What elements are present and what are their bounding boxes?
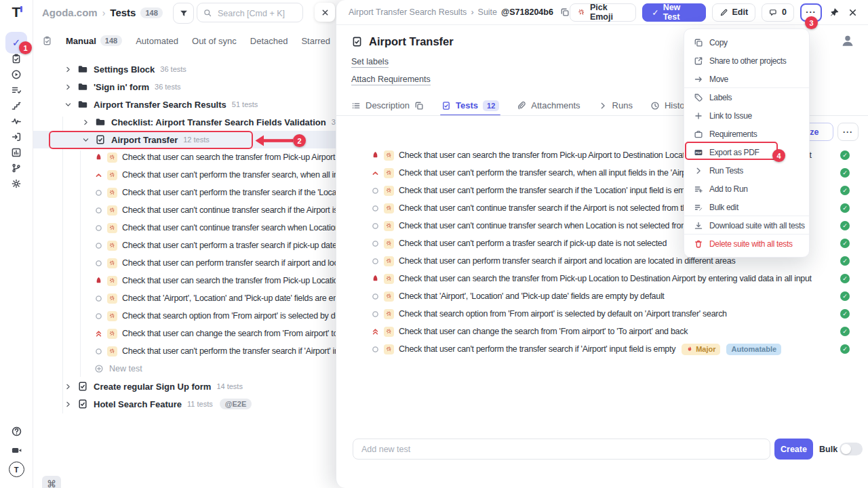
test-title: Check that user can search the transfer … bbox=[399, 274, 812, 283]
new-test-button[interactable]: ✓ New Test bbox=[642, 3, 705, 22]
new-test-row[interactable]: New test bbox=[33, 360, 336, 378]
tab-attachments[interactable]: Attachments bbox=[517, 96, 580, 115]
bulk-toggle[interactable] bbox=[840, 443, 863, 455]
filter-button[interactable] bbox=[173, 3, 194, 24]
search-input[interactable] bbox=[216, 4, 300, 22]
menu-item[interactable]: Labels bbox=[684, 88, 809, 106]
menu-item-icon bbox=[694, 166, 703, 176]
tree-test-row[interactable]: Check that user can change the search fr… bbox=[33, 325, 336, 342]
help-icon[interactable] bbox=[11, 426, 22, 437]
test-plans-icon[interactable] bbox=[11, 54, 22, 64]
breadcrumb-parent[interactable]: Airport Transfer Search Results bbox=[349, 7, 467, 17]
search-box bbox=[197, 3, 303, 22]
test-row[interactable]: Check that user can search the transfer … bbox=[336, 270, 868, 287]
check-icon: ✓ bbox=[652, 7, 658, 18]
tree-test-row[interactable]: Check that search option from 'From airp… bbox=[33, 307, 336, 325]
test-row[interactable]: Check that user can't perform the transf… bbox=[336, 340, 868, 358]
menu-item[interactable]: Requirements bbox=[684, 125, 809, 143]
chevron-right-icon[interactable] bbox=[64, 400, 73, 409]
copy-icon[interactable] bbox=[414, 101, 424, 110]
tab-tests[interactable]: Tests 12 bbox=[441, 96, 499, 115]
tree-test-row[interactable]: Check that 'Airport', 'Location' and 'Pi… bbox=[33, 289, 336, 307]
tree-suite-hotel-search[interactable]: Hotel Search Feature 11 tests @E2E bbox=[33, 395, 336, 413]
set-labels-link[interactable]: Set labels bbox=[351, 57, 389, 68]
milestones-icon[interactable] bbox=[11, 100, 22, 111]
tree-test-row[interactable]: Check that user can't continue transfer … bbox=[33, 219, 336, 237]
test-row[interactable]: Check that 'Airport', 'Location' and 'Pi… bbox=[336, 287, 868, 305]
menu-item[interactable]: Bulk edit bbox=[684, 198, 809, 216]
tree-test-row[interactable]: Check that user can't perform the transf… bbox=[33, 342, 336, 360]
pin-icon[interactable] bbox=[828, 5, 841, 19]
severity-major-badge: Major bbox=[682, 344, 720, 355]
analytics-icon[interactable] bbox=[11, 147, 22, 158]
pencil-icon bbox=[719, 8, 728, 17]
activity-icon[interactable] bbox=[11, 116, 22, 127]
menu-item[interactable]: Link to Issue bbox=[684, 106, 809, 125]
video-tutorials-icon[interactable] bbox=[11, 445, 22, 456]
tab-description[interactable]: Description bbox=[351, 96, 424, 115]
priority-icon bbox=[94, 294, 103, 303]
create-button[interactable]: Create bbox=[774, 439, 813, 460]
menu-item[interactable]: Add to Run bbox=[684, 180, 809, 198]
tree-test-row[interactable]: Check that user can't perform a trasfer … bbox=[33, 237, 336, 254]
app-logo[interactable]: T bbox=[0, 4, 33, 20]
tree-test-row[interactable]: Check that user can't perform the transf… bbox=[33, 166, 336, 184]
tab-out-of-sync[interactable]: Out of sync bbox=[192, 36, 237, 46]
select-all-icon[interactable] bbox=[42, 36, 52, 46]
tree-test-row[interactable]: Check that user can't continue transfer … bbox=[33, 201, 336, 219]
close-icon[interactable] bbox=[846, 5, 859, 19]
chevron-down-icon[interactable] bbox=[64, 100, 73, 109]
tab-detached[interactable]: Detached bbox=[250, 36, 288, 46]
flame-icon bbox=[686, 346, 693, 352]
account-logo-badge[interactable]: T bbox=[9, 462, 24, 477]
tree-folder-sign-in-form[interactable]: 'Sign in' form 36 tests bbox=[33, 78, 336, 96]
test-row[interactable]: Check that user can change the search fr… bbox=[336, 323, 868, 340]
add-new-test-input[interactable] bbox=[353, 439, 770, 460]
chevron-right-icon[interactable] bbox=[64, 382, 73, 391]
tree-folder-airport-results[interactable]: Airport Transfer Search Results 51 tests bbox=[33, 96, 336, 113]
menu-item[interactable]: Share to other projects bbox=[684, 52, 809, 70]
tree-suite-sign-up-form[interactable]: Create regular Sign Up form 14 tests bbox=[33, 378, 336, 395]
assignee-avatar[interactable] bbox=[840, 33, 855, 48]
tree-test-row[interactable]: Check that user can search the transfer … bbox=[33, 272, 336, 289]
branches-icon[interactable] bbox=[11, 163, 22, 174]
tree-test-row[interactable]: Check that user can perform transfer sea… bbox=[33, 254, 336, 272]
menu-item[interactable]: Move bbox=[684, 70, 809, 88]
tab-manual[interactable]: Manual148 bbox=[66, 35, 122, 46]
menu-item-icon bbox=[694, 75, 703, 84]
chevron-right-icon[interactable] bbox=[64, 65, 73, 74]
tab-runs[interactable]: Runs bbox=[598, 96, 633, 115]
checklist-icon[interactable] bbox=[11, 85, 22, 96]
list-more-button[interactable]: ··· bbox=[837, 123, 859, 141]
menu-item[interactable]: Run Tests bbox=[684, 161, 809, 180]
app-rail: T ✓ T bbox=[0, 0, 33, 488]
import-icon[interactable] bbox=[11, 131, 22, 142]
tree-folder-checklist[interactable]: Checklist: Airport Transfer Search Field… bbox=[33, 113, 336, 131]
menu-item[interactable]: Download suite with all tests bbox=[684, 216, 809, 235]
pick-emoji-button[interactable]: Pick Emoji bbox=[570, 3, 636, 22]
comments-button[interactable]: 0 bbox=[762, 3, 794, 22]
tab-automated[interactable]: Automated bbox=[136, 36, 178, 46]
chevron-right-icon[interactable] bbox=[81, 118, 90, 127]
tree-test-row[interactable]: Check that user can't perform the transf… bbox=[33, 184, 336, 201]
priority-icon bbox=[371, 204, 380, 213]
panel-close-button[interactable] bbox=[315, 3, 335, 22]
edit-button[interactable]: Edit bbox=[712, 3, 756, 22]
settings-gear-icon[interactable] bbox=[11, 178, 22, 189]
test-title: Check that user can perform transfer sea… bbox=[122, 258, 336, 268]
project-name[interactable]: Agoda.com bbox=[42, 7, 98, 18]
play-icon bbox=[598, 101, 608, 110]
menu-item[interactable]: Copy bbox=[684, 33, 809, 52]
test-emoji-icon bbox=[384, 239, 394, 249]
tree-folder-settings-block[interactable]: Settings Block 36 tests bbox=[33, 60, 336, 78]
runs-icon[interactable] bbox=[11, 69, 22, 80]
test-row[interactable]: Check that search option from 'From airp… bbox=[336, 305, 868, 323]
chevron-right-icon[interactable] bbox=[64, 83, 73, 92]
tab-starred[interactable]: Starred bbox=[301, 36, 330, 46]
menu-item[interactable]: Delete suite with all tests bbox=[684, 235, 809, 253]
copy-id-icon[interactable] bbox=[560, 7, 570, 17]
test-emoji-icon bbox=[384, 221, 394, 231]
attach-requirements-link[interactable]: Attach Requirements bbox=[351, 75, 431, 85]
tree-test-row[interactable]: Check that user can search the transfer … bbox=[33, 148, 336, 166]
test-emoji-icon bbox=[384, 256, 394, 266]
